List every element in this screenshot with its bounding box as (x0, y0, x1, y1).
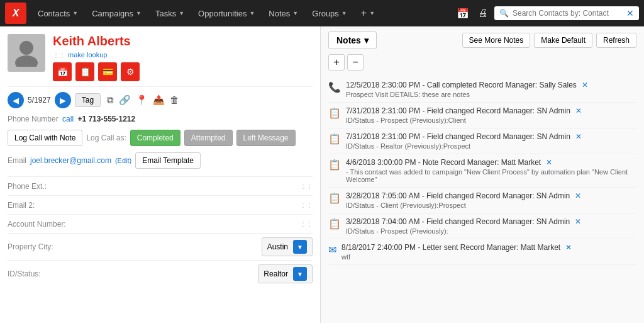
email-edit-link[interactable]: (Edit) (115, 157, 131, 164)
note-delete-3[interactable]: ✕ (546, 158, 552, 167)
left-message-button[interactable]: Left Message (236, 130, 296, 146)
field-id-status-select-value: Realtor (264, 269, 288, 278)
note-content-1: 7/31/2018 2:31:00 PM - Field changed Rec… (346, 106, 636, 124)
log-call-button[interactable]: Log Call with Note (8, 130, 82, 146)
delete-icon[interactable]: 🗑 (170, 94, 179, 106)
note-item: 📋 3/28/2018 7:05:00 AM - Field changed R… (328, 188, 636, 213)
make-default-button[interactable]: Make Default (534, 33, 592, 48)
email-row: Email joel.brecker@gmail.com (Edit) Emai… (8, 152, 313, 169)
svg-point-1 (15, 55, 38, 67)
avatar (8, 34, 45, 72)
field-id-status-label: ID/Status: (8, 269, 89, 278)
avatar-silhouette (14, 39, 39, 67)
svg-point-0 (19, 41, 33, 55)
notes-list: 📞 12/5/2018 2:30:00 PM - Call completed … (328, 77, 636, 265)
note-icon-4: 📋 (328, 192, 341, 209)
field-property-city: Property City: Austin ▼ (8, 233, 313, 260)
nav-opportunities[interactable]: Opportunities ▼ (192, 5, 261, 22)
phone-number: +1 713-555-1212 (77, 115, 135, 123)
contact-action-icons: 📅 📋 💳 ⚙ (53, 62, 313, 81)
search-clear-icon[interactable]: ✕ (626, 8, 634, 18)
note-sub-6: wtf (341, 253, 636, 261)
nav-tasks[interactable]: Tasks ▼ (149, 5, 191, 22)
log-call-row: Log Call with Note Log Call as: Complete… (8, 130, 313, 146)
contact-name: Keith Alberts (53, 34, 313, 48)
contact-info: Keith Alberts ⋮⋮ make lookup 📅 📋 💳 ⚙ (53, 34, 313, 81)
field-phone-ext-label: Phone Ext.: (8, 182, 89, 191)
field-id-status: ID/Status: Realtor ▼ (8, 260, 313, 287)
note-delete-4[interactable]: ✕ (575, 191, 581, 200)
email-label: Email (8, 156, 26, 165)
note-delete-5[interactable]: ✕ (575, 217, 581, 226)
minus-note-button[interactable]: − (347, 54, 364, 71)
next-contact-arrow[interactable]: ▶ (55, 92, 71, 108)
note-main-1: 7/31/2018 2:31:00 PM - Field changed Rec… (346, 106, 636, 115)
field-email2: Email 2: ⋮⋮ (8, 195, 313, 214)
refresh-button[interactable]: Refresh (596, 33, 636, 48)
location-icon[interactable]: 📍 (136, 94, 148, 106)
email-address[interactable]: joel.brecker@gmail.com (30, 156, 111, 165)
link-icon[interactable]: 🔗 (119, 94, 131, 106)
phone-label: Phone Number (8, 115, 58, 123)
calendar-action-icon[interactable]: 📅 (53, 62, 72, 81)
note-main-0: 12/5/2018 2:30:00 PM - Call completed Re… (346, 81, 636, 89)
note-main-5: 3/28/2018 7:04:00 AM - Field changed Rec… (346, 217, 636, 226)
note-content-4: 3/28/2018 7:05:00 AM - Field changed Rec… (346, 191, 636, 209)
tasks-action-icon[interactable]: 📋 (75, 62, 94, 81)
add-note-button[interactable]: + (328, 54, 345, 71)
field-property-city-label: Property City: (8, 242, 89, 251)
log-call-as-label: Log Call as: (86, 133, 126, 142)
nav-contacts[interactable]: Contacts ▼ (31, 5, 84, 22)
note-icon-3: 📋 (328, 159, 341, 183)
note-item: 📋 7/31/2018 2:31:00 PM - Field changed R… (328, 103, 636, 128)
calendar-icon[interactable]: 📅 (454, 5, 472, 22)
copy-icon[interactable]: ⧉ (107, 94, 114, 106)
note-content-5: 3/28/2018 7:04:00 AM - Field changed Rec… (346, 217, 636, 235)
note-main-3: 4/6/2018 3:00:00 PM - Note Record Manage… (346, 158, 636, 167)
lookup-dots: ⋮⋮ (53, 52, 65, 59)
note-main-6: 8/18/2017 2:40:00 PM - Letter sent Recor… (341, 243, 636, 252)
search-icon: 🔍 (499, 9, 509, 18)
completed-button[interactable]: Completed (130, 130, 180, 146)
note-sub-0: Prospect Visit DETAILS: these are notes (346, 91, 636, 98)
note-content-0: 12/5/2018 2:30:00 PM - Call completed Re… (346, 81, 636, 98)
field-id-status-select[interactable]: Realtor ▼ (258, 264, 313, 283)
email-template-button[interactable]: Email Template (135, 152, 201, 169)
search-input[interactable] (513, 9, 623, 18)
note-sub-5: ID/Status - Prospect (Previously): (346, 227, 636, 235)
print-icon[interactable]: 🖨 (475, 5, 491, 21)
field-property-city-select[interactable]: Austin ▼ (262, 237, 313, 256)
tag-button[interactable]: Tag (75, 93, 101, 107)
prev-contact-arrow[interactable]: ◀ (8, 92, 24, 108)
field-id-status-arrow[interactable]: ▼ (293, 267, 307, 281)
nav-count: 5/1927 (28, 96, 51, 105)
note-delete-6[interactable]: ✕ (565, 243, 572, 252)
nav-notes[interactable]: Notes ▼ (262, 5, 304, 22)
field-property-city-arrow[interactable]: ▼ (293, 240, 307, 254)
export-icon[interactable]: 📤 (153, 94, 165, 106)
note-delete-0[interactable]: ✕ (582, 81, 588, 89)
note-delete-1[interactable]: ✕ (575, 106, 582, 115)
make-lookup-link[interactable]: make lookup (68, 51, 107, 59)
settings-action-icon[interactable]: ⚙ (121, 62, 140, 81)
note-content-3: 4/6/2018 3:00:00 PM - Note Record Manage… (346, 158, 636, 183)
main-container: Keith Alberts ⋮⋮ make lookup 📅 📋 💳 ⚙ ◀ 5… (0, 26, 644, 323)
field-email2-dots: ⋮⋮ (300, 201, 313, 208)
search-bar: 🔍 ✕ (494, 6, 639, 20)
phone-call-link[interactable]: call (62, 115, 74, 123)
nav-campaigns[interactable]: Campaigns ▼ (86, 5, 148, 22)
add-minus-row: + − (328, 54, 636, 71)
see-more-notes-button[interactable]: See More Notes (462, 33, 531, 48)
note-sub-2: ID/Status - Realtor (Previously):Prospec… (346, 142, 636, 150)
contact-header: Keith Alberts ⋮⋮ make lookup 📅 📋 💳 ⚙ (8, 34, 313, 81)
payment-action-icon[interactable]: 💳 (98, 62, 117, 81)
field-phone-ext-dots: ⋮⋮ (300, 183, 313, 190)
notes-title-button[interactable]: Notes ▾ (328, 31, 377, 49)
nav-groups[interactable]: Groups ▼ (306, 5, 353, 22)
right-panel: Notes ▾ See More Notes Make Default Refr… (321, 26, 644, 323)
note-delete-2[interactable]: ✕ (575, 132, 582, 141)
note-item: 📋 3/28/2018 7:04:00 AM - Field changed R… (328, 213, 636, 239)
note-item: 📋 7/31/2018 2:31:00 PM - Field changed R… (328, 128, 636, 154)
nav-plus[interactable]: + ▼ (355, 4, 381, 23)
attempted-button[interactable]: Attempted (184, 130, 233, 146)
